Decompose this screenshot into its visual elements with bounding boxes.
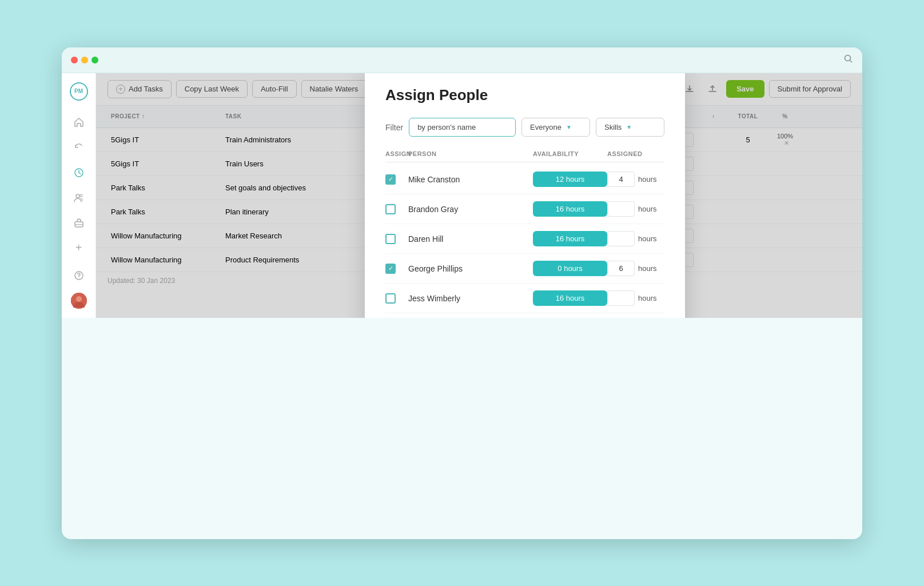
skills-chevron-icon: ▼: [626, 124, 632, 130]
sidebar-item-briefcase[interactable]: [69, 213, 89, 233]
assigned-input-jess[interactable]: [607, 290, 635, 306]
svg-line-1: [850, 60, 853, 62]
assign-row-mike: Mike Cranston 12 hours hours: [385, 165, 664, 194]
sidebar-help-icon[interactable]: [69, 265, 89, 286]
availability-daren: 16 hours: [533, 231, 607, 246]
dot-green[interactable]: [91, 57, 98, 63]
everyone-chevron-icon: ▼: [566, 124, 572, 130]
hours-label-mike: hours: [638, 175, 657, 184]
dot-yellow[interactable]: [81, 57, 88, 63]
everyone-dropdown[interactable]: Everyone ▼: [521, 118, 590, 137]
col-person-header: PERSON: [408, 150, 533, 157]
sidebar-item-people[interactable]: [69, 188, 89, 208]
filter-label: Filter: [385, 123, 403, 132]
assign-checkbox-mike[interactable]: [385, 174, 396, 185]
everyone-label: Everyone: [530, 123, 561, 131]
main-content: + Add Tasks Copy Last Week Auto-Fill Nat…: [96, 73, 862, 318]
svg-point-0: [845, 55, 851, 61]
assign-checkbox-george[interactable]: [385, 264, 396, 274]
hours-label-george: hours: [638, 264, 657, 273]
assign-checkbox-brandon[interactable]: [385, 204, 396, 214]
assigned-wrap-mike: hours: [607, 172, 664, 187]
assigned-wrap-george: hours: [607, 261, 664, 276]
assign-row-jess: Jess Wimberly 16 hours hours: [385, 284, 664, 313]
assigned-wrap-brandon: hours: [607, 201, 664, 217]
sidebar-logo: PM: [70, 82, 88, 101]
sidebar: PM: [62, 73, 96, 318]
assigned-input-brandon[interactable]: [607, 201, 635, 217]
svg-point-8: [78, 277, 79, 278]
assign-people-modal: Assign People Filter Everyone ▼ Skills ▼: [365, 73, 685, 318]
browser-search-icon[interactable]: [844, 54, 853, 66]
availability-george: 0 hours: [533, 261, 607, 276]
assign-row-daren: Daren Hill 16 hours hours: [385, 224, 664, 254]
modal-overlay: Assign People Filter Everyone ▼ Skills ▼: [96, 73, 862, 318]
assigned-wrap-jess: hours: [607, 290, 664, 306]
filter-row: Filter Everyone ▼ Skills ▼: [385, 118, 664, 137]
browser-window: PM: [62, 47, 862, 539]
sidebar-item-home[interactable]: [69, 112, 89, 133]
svg-point-3: [76, 194, 79, 198]
sidebar-item-clock[interactable]: [69, 162, 89, 183]
person-name-george: George Phillips: [408, 264, 533, 273]
browser-titlebar: [62, 47, 862, 73]
hours-label-daren: hours: [638, 234, 657, 243]
browser-dots: [71, 57, 98, 63]
availability-mike: 12 hours: [533, 172, 607, 187]
assign-row-george: George Phillips 0 hours hours: [385, 254, 664, 284]
filter-by-name-input[interactable]: [409, 118, 516, 137]
sidebar-avatar[interactable]: [71, 293, 87, 309]
assigned-input-daren[interactable]: [607, 231, 635, 246]
col-availability-header: AVAILABILITY: [533, 150, 607, 157]
svg-point-10: [76, 296, 82, 302]
assign-row-brandon: Brandon Gray 16 hours hours: [385, 194, 664, 224]
modal-title: Assign People: [385, 86, 664, 104]
sidebar-add-icon[interactable]: +: [69, 238, 89, 258]
assign-checkbox-daren[interactable]: [385, 234, 396, 244]
person-name-daren: Daren Hill: [408, 234, 533, 244]
col-assigned-header: ASSIGNED: [607, 150, 664, 157]
assign-checkbox-jess[interactable]: [385, 293, 396, 304]
sidebar-bottom: +: [69, 238, 89, 309]
availability-brandon: 16 hours: [533, 201, 607, 217]
sidebar-item-refresh[interactable]: [69, 137, 89, 158]
assigned-input-mike[interactable]: [607, 172, 635, 187]
assign-table-header: ASSIGN PERSON AVAILABILITY ASSIGNED: [385, 148, 664, 162]
hours-label-brandon: hours: [638, 205, 657, 213]
svg-point-4: [80, 194, 82, 197]
hours-label-jess: hours: [638, 294, 657, 302]
person-name-jess: Jess Wimberly: [408, 294, 533, 303]
person-name-brandon: Brandon Gray: [408, 205, 533, 214]
col-assign-header: ASSIGN: [385, 150, 408, 157]
assigned-input-george[interactable]: [607, 261, 635, 276]
assigned-wrap-daren: hours: [607, 231, 664, 246]
dot-red[interactable]: [71, 57, 78, 63]
person-name-mike: Mike Cranston: [408, 175, 533, 184]
skills-dropdown[interactable]: Skills ▼: [596, 118, 664, 137]
availability-jess: 16 hours: [533, 290, 607, 306]
skills-label: Skills: [604, 123, 622, 131]
app-layout: PM: [62, 73, 862, 318]
